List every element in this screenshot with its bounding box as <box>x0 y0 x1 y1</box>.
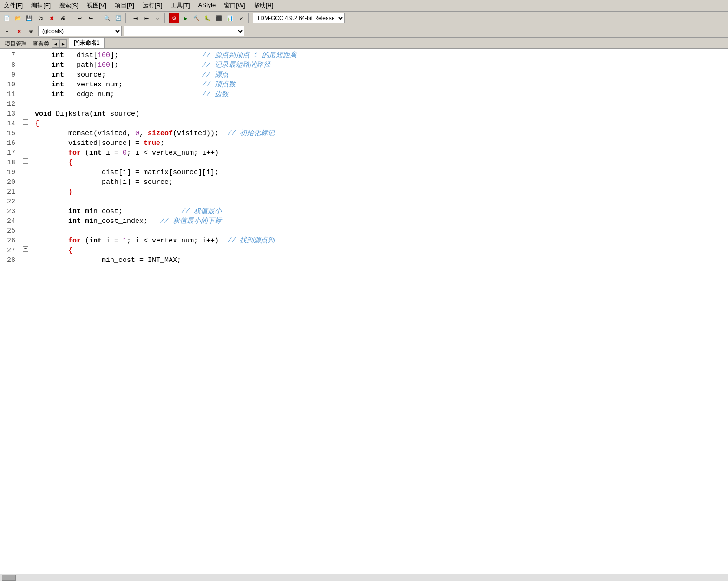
find-button[interactable]: 🔍 <box>102 13 112 23</box>
print-button[interactable]: 🖨 <box>58 13 68 23</box>
remove-watch-button[interactable]: ✖ <box>14 26 24 36</box>
menu-view[interactable]: 视图[V] <box>85 1 108 10</box>
menu-astyle[interactable]: AStyle <box>197 1 218 10</box>
build-button[interactable]: 🔨 <box>191 13 202 23</box>
horizontal-scrollbar[interactable] <box>0 574 728 581</box>
code-line-9: int source; // 源点 <box>35 70 728 80</box>
member-dropdown[interactable] <box>124 26 244 36</box>
run-button[interactable]: ▶ <box>180 13 190 23</box>
line-number-18: 18 <box>6 158 17 168</box>
menu-edit[interactable]: 编辑[E] <box>29 1 52 10</box>
scrollbar-thumb[interactable] <box>2 575 16 581</box>
toolbar-sep2 <box>98 13 100 23</box>
code-line-17: for (int i = 0; i < vertex_num; i++) <box>35 148 728 158</box>
compiler-dropdown[interactable]: TDM-GCC 4.9.2 64-bit Release <box>253 13 345 23</box>
menu-run[interactable]: 运行[R] <box>141 1 164 10</box>
line-number-14: 14 <box>6 119 17 129</box>
redo-button[interactable]: ↪ <box>85 13 96 23</box>
menu-tools[interactable]: 工具[T] <box>169 1 191 10</box>
menu-bar: 文件[F] 编辑[E] 搜索[S] 视图[V] 项目[P] 运行[R] 工具[T… <box>0 0 728 12</box>
line-number-21: 21 <box>6 187 17 197</box>
debug-button[interactable]: 🐛 <box>203 13 213 23</box>
code-line-27: { <box>35 246 728 255</box>
code-line-7: int dist[100]; // 源点到顶点 i 的最短距离 <box>35 51 728 60</box>
class-browser-label[interactable]: 查看类 <box>30 40 52 48</box>
code-line-10: int vertex_num; // 顶点数 <box>35 80 728 90</box>
menu-file[interactable]: 文件[F] <box>2 1 25 10</box>
line-number-23: 23 <box>6 207 17 216</box>
active-tab[interactable]: [*]未命名1 <box>69 38 105 48</box>
indent-button[interactable]: ⇥ <box>130 13 140 23</box>
line-number-16: 16 <box>6 138 17 148</box>
code-area: 7891011121314151617181920212223242526272… <box>0 49 728 574</box>
toolbar-sep4 <box>164 13 167 23</box>
line-number-26: 26 <box>6 236 17 246</box>
line-number-25: 25 <box>6 226 17 236</box>
tab-nav-left[interactable]: ◄ <box>52 39 59 48</box>
stop-button[interactable]: ⬛ <box>214 13 224 23</box>
compile-button[interactable]: ⚙ <box>169 13 179 23</box>
code-line-18: { <box>35 158 728 168</box>
menu-help[interactable]: 帮助[H] <box>252 1 275 10</box>
fold-minus-27[interactable]: − <box>23 246 28 252</box>
line-number-19: 19 <box>6 168 17 177</box>
toolbar-sep3 <box>125 13 128 23</box>
line-number-10: 10 <box>6 80 17 90</box>
undo-button[interactable]: ↩ <box>74 13 85 23</box>
code-line-11: int edge_num; // 边数 <box>35 90 728 99</box>
code-line-25 <box>35 226 728 236</box>
unindent-button[interactable]: ⇤ <box>141 13 151 23</box>
save-button[interactable]: 💾 <box>24 13 34 23</box>
code-line-21: } <box>35 187 728 197</box>
new-button[interactable]: 📄 <box>2 13 12 23</box>
code-line-13: void Dijkstra(int source) <box>35 109 728 119</box>
code-line-8: int path[100]; // 记录最短路的路径 <box>35 60 728 70</box>
toolbar-sep5 <box>248 13 251 23</box>
syntax-check-button[interactable]: ✓ <box>236 13 246 23</box>
code-line-24: int min_cost_index; // 权值最小的下标 <box>35 216 728 226</box>
line-number-7: 7 <box>6 51 17 60</box>
toolbar-sep1 <box>70 13 72 23</box>
code-line-28: min_cost = INT_MAX; <box>35 255 728 265</box>
code-line-15: memset(visited, 0, sizeof(visited)); // … <box>35 129 728 138</box>
line-numbers: 7891011121314151617181920212223242526272… <box>0 49 21 574</box>
menu-project[interactable]: 项目[P] <box>113 1 136 10</box>
toolbar-row1: 📄 📂 💾 🗂 ✖ 🖨 ↩ ↪ 🔍 🔄 ⇥ ⇤ ⛉ ⚙ ▶ 🔨 🐛 ⬛ 📊 ✓ … <box>0 12 728 25</box>
menu-window[interactable]: 窗口[W] <box>222 1 247 10</box>
tab-nav-right[interactable]: ► <box>59 39 67 48</box>
fold-minus-18[interactable]: − <box>23 158 28 164</box>
open-button[interactable]: 📂 <box>13 13 23 23</box>
toggle-button[interactable]: ⛉ <box>152 13 163 23</box>
code-line-20: path[i] = source; <box>35 177 728 187</box>
line-number-12: 12 <box>6 99 17 109</box>
main-area: 7891011121314151617181920212223242526272… <box>0 49 728 581</box>
line-number-9: 9 <box>6 70 17 80</box>
code-line-16: visited[source] = true; <box>35 138 728 148</box>
add-watch-button[interactable]: + <box>2 26 12 36</box>
replace-button[interactable]: 🔄 <box>113 13 124 23</box>
line-number-15: 15 <box>6 129 17 138</box>
code-line-19: dist[i] = matrix[source][i]; <box>35 168 728 177</box>
toolbar-row2: + ✖ 👁 (globals) <box>0 25 728 38</box>
save-all-button[interactable]: 🗂 <box>35 13 46 23</box>
editor-container: 7891011121314151617181920212223242526272… <box>0 49 728 581</box>
line-number-28: 28 <box>6 255 17 265</box>
fold-column: −−− <box>21 49 29 574</box>
fold-minus-14[interactable]: − <box>23 119 28 125</box>
scope-dropdown[interactable]: (globals) <box>38 26 122 36</box>
profile-button[interactable]: 📊 <box>225 13 235 23</box>
menu-search[interactable]: 搜索[S] <box>57 1 80 10</box>
code-line-12 <box>35 99 728 109</box>
line-number-8: 8 <box>6 60 17 70</box>
line-number-27: 27 <box>6 246 17 255</box>
code-line-14: { <box>35 119 728 129</box>
code-content[interactable]: int dist[100]; // 源点到顶点 i 的最短距离 int path… <box>29 49 728 574</box>
line-number-17: 17 <box>6 148 17 158</box>
project-manager-label[interactable]: 项目管理 <box>2 40 30 48</box>
line-number-20: 20 <box>6 177 17 187</box>
watch-toggle-button[interactable]: 👁 <box>26 26 36 36</box>
line-number-13: 13 <box>6 109 17 119</box>
tab-bar: 项目管理 查看类 ◄ ► [*]未命名1 <box>0 38 728 49</box>
close-button[interactable]: ✖ <box>46 13 57 23</box>
line-number-11: 11 <box>6 90 17 99</box>
